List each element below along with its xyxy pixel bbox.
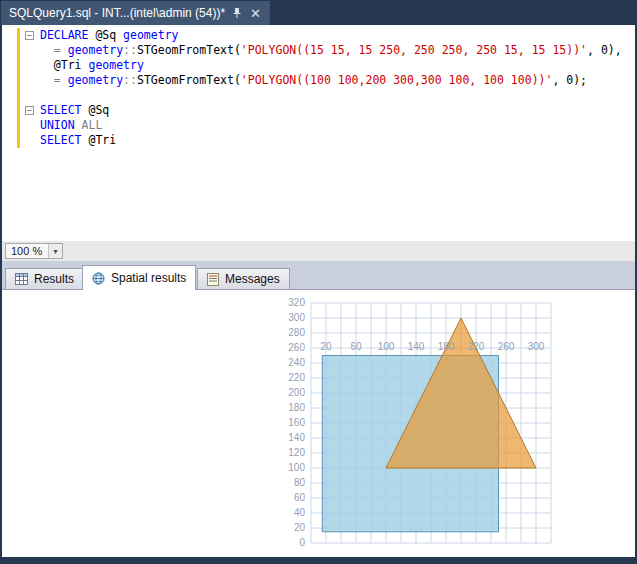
svg-text:220: 220 (288, 372, 305, 383)
code-line[interactable]: UNION ALL (40, 118, 622, 133)
tab-spatial-results[interactable]: Spatial results (82, 265, 196, 290)
document-tab[interactable]: SQLQuery1.sql - INT...(intel\admin (54))… (1, 1, 270, 25)
tab-messages[interactable]: Messages (197, 268, 290, 289)
svg-text:180: 180 (438, 341, 455, 352)
tab-label: Messages (225, 272, 280, 286)
svg-text:180: 180 (288, 402, 305, 413)
svg-text:20: 20 (320, 341, 332, 352)
tab-results[interactable]: Results (5, 268, 84, 289)
svg-text:0: 0 (299, 537, 305, 548)
code-line[interactable]: = geometry::STGeomFromText('POLYGON((15 … (40, 43, 622, 58)
fold-collapse-icon[interactable]: − (25, 31, 34, 40)
svg-text:320: 320 (288, 297, 305, 308)
svg-text:100: 100 (288, 462, 305, 473)
code-lines[interactable]: DECLARE @Sq geometry = geometry::STGeomF… (40, 28, 622, 148)
svg-text:280: 280 (288, 327, 305, 338)
svg-text:240: 240 (288, 357, 305, 368)
ssms-window: SQLQuery1.sql - INT...(intel\admin (54))… (0, 0, 637, 564)
svg-text:300: 300 (528, 341, 545, 352)
code-line[interactable] (40, 88, 622, 103)
chevron-down-icon[interactable]: ▾ (48, 244, 62, 258)
editor-bottom-strip: 100 % ▾ (2, 241, 635, 261)
code-line[interactable]: @Tri geometry (40, 58, 622, 73)
results-grid-icon (15, 273, 28, 285)
sql-editor[interactable]: −− DECLARE @Sq geometry = geometry::STGe… (2, 25, 635, 241)
zoom-combo[interactable]: 100 % ▾ (5, 243, 63, 259)
svg-text:20: 20 (294, 522, 306, 533)
spatial-chart[interactable]: 3203002802602402202001801601401201008060… (2, 290, 635, 557)
document-tab-bar: SQLQuery1.sql - INT...(intel\admin (54))… (0, 0, 637, 25)
spatial-results-pane[interactable]: 3203002802602402202001801601401201008060… (2, 289, 635, 557)
svg-text:140: 140 (288, 432, 305, 443)
fold-collapse-icon[interactable]: − (25, 106, 34, 115)
code-line[interactable]: = geometry::STGeomFromText('POLYGON((100… (40, 73, 622, 88)
code-line[interactable]: SELECT @Sq (40, 103, 622, 118)
tab-label: Results (34, 272, 74, 286)
zoom-value: 100 % (6, 245, 48, 257)
svg-text:60: 60 (350, 341, 362, 352)
svg-text:260: 260 (498, 341, 515, 352)
pin-icon[interactable] (232, 7, 242, 19)
svg-text:60: 60 (294, 492, 306, 503)
svg-text:200: 200 (288, 387, 305, 398)
code-line[interactable]: SELECT @Tri (40, 133, 622, 148)
svg-text:160: 160 (288, 417, 305, 428)
svg-text:220: 220 (468, 341, 485, 352)
globe-icon (92, 272, 105, 285)
code-line[interactable]: DECLARE @Sq geometry (40, 28, 622, 43)
messages-icon (207, 273, 219, 286)
svg-text:40: 40 (294, 507, 306, 518)
svg-text:80: 80 (294, 477, 306, 488)
document-tab-title: SQLQuery1.sql - INT...(intel\admin (54))… (9, 6, 225, 20)
svg-text:140: 140 (408, 341, 425, 352)
tab-label: Spatial results (111, 271, 186, 285)
svg-text:100: 100 (378, 341, 395, 352)
results-tab-strip: Results Spatial results (2, 261, 635, 289)
svg-text:300: 300 (288, 312, 305, 323)
change-tracking-bar (17, 28, 20, 148)
svg-text:260: 260 (288, 342, 305, 353)
svg-text:120: 120 (288, 447, 305, 458)
fold-margin: −− (25, 28, 37, 148)
close-icon[interactable]: ✕ (249, 7, 262, 20)
